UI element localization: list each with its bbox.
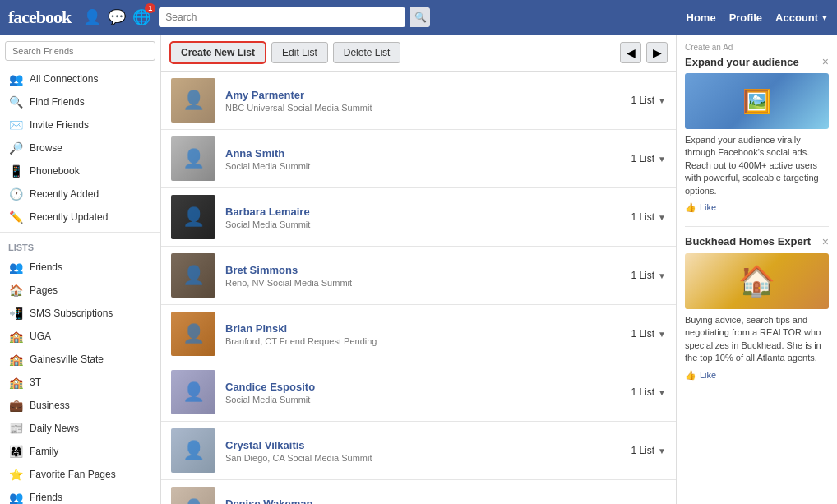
table-row: 👤 Anna Smith Social Media Summit 1 List …	[161, 130, 676, 188]
messages-nav-icon[interactable]: 💬	[108, 8, 126, 26]
list-dropdown-icon[interactable]: ▼	[658, 388, 666, 397]
friend-avatar: 👤	[171, 136, 215, 181]
sidebar-item-label: Favorite Fan Pages	[30, 469, 116, 480]
friend-list-count[interactable]: 1 List ▼	[631, 328, 666, 340]
sidebar-item-uga[interactable]: 🏫 UGA	[0, 325, 160, 348]
table-row: 👤 Denise Wakeman North Hollywood, CA Soc…	[161, 480, 676, 504]
gainesville-icon: 🏫	[8, 353, 23, 366]
home-nav-link[interactable]: Home	[687, 12, 716, 24]
friend-avatar: 👤	[171, 487, 215, 504]
friend-avatar: 👤	[171, 195, 215, 239]
friend-info: Barbara Lemaire Social Media Summit	[225, 206, 621, 229]
next-page-button[interactable]: ▶	[646, 42, 668, 63]
ad1-title: Expand your audience	[685, 56, 799, 68]
account-nav-link[interactable]: Account ▼	[775, 12, 829, 24]
friend-list-count[interactable]: 1 List ▼	[631, 95, 666, 106]
sidebar-item-pages[interactable]: 🏠 Pages	[0, 279, 160, 302]
table-row: 👤 Barbara Lemaire Social Media Summit 1 …	[161, 188, 676, 247]
profile-nav-link[interactable]: Profile	[729, 12, 762, 24]
uga-icon: 🏫	[8, 330, 23, 343]
friend-name[interactable]: Amy Parmenter	[225, 89, 621, 101]
table-row: 👤 Crystal Vilkaitis San Diego, CA Social…	[161, 422, 676, 480]
sidebar-item-friends[interactable]: 👥 Friends	[0, 256, 160, 279]
notifications-nav-icon[interactable]: 🌐 1	[132, 8, 150, 26]
friend-name[interactable]: Brian Pinski	[225, 322, 621, 335]
main-layout: 👥 All Connections 🔍 Find Friends ✉️ Invi…	[0, 35, 837, 504]
search-input[interactable]	[159, 7, 405, 27]
sidebar-item-label: 3T	[30, 377, 41, 388]
friend-avatar: 👤	[171, 428, 215, 473]
friend-details: NBC Universal Social Media Summit	[225, 103, 621, 113]
friend-name[interactable]: Bret Simmons	[225, 264, 621, 276]
friend-name[interactable]: Denise Wakeman	[225, 497, 621, 505]
sidebar-item-browse[interactable]: 🔎 Browse	[0, 136, 160, 160]
invite-friends-icon: ✉️	[8, 118, 23, 132]
find-friends-icon: 🔍	[8, 95, 23, 109]
search-submit-button[interactable]: 🔍	[410, 7, 430, 27]
friend-name[interactable]: Candice Esposito	[225, 381, 621, 393]
ad1-close-button[interactable]: ×	[822, 55, 829, 68]
list-dropdown-icon[interactable]: ▼	[658, 213, 666, 222]
list-count-label: 1 List	[631, 211, 654, 223]
ad-buckhead-homes: Buckhead Homes Expert × 🏠 Buying advice,…	[685, 235, 829, 381]
sidebar-item-recently-updated[interactable]: ✏️ Recently Updated	[0, 206, 160, 229]
list-dropdown-icon[interactable]: ▼	[658, 330, 666, 339]
friend-list-count[interactable]: 1 List ▼	[631, 445, 666, 456]
friend-list-count[interactable]: 1 List ▼	[631, 211, 666, 223]
sidebar-item-find-friends[interactable]: 🔍 Find Friends	[0, 90, 160, 113]
friend-list-count[interactable]: 1 List ▼	[631, 386, 666, 398]
create-new-list-button[interactable]: Create New List	[169, 41, 266, 64]
table-row: 👤 Brian Pinski Branford, CT Friend Reque…	[161, 305, 676, 363]
sidebar-item-friends2[interactable]: 👥 Friends	[0, 486, 160, 504]
sidebar-item-favorite-fan-pages[interactable]: ⭐ Favorite Fan Pages	[0, 463, 160, 486]
friend-name[interactable]: Anna Smith	[225, 147, 621, 160]
sidebar-item-family[interactable]: 👨‍👩‍👧 Family	[0, 440, 160, 463]
house-icon: 🏠	[738, 264, 775, 298]
toolbar: Create New List Edit List Delete List ◀ …	[161, 35, 676, 72]
friends-nav-icon[interactable]: 👤	[83, 8, 101, 26]
pages-icon: 🏠	[8, 284, 23, 297]
sidebar-item-label: Daily News	[30, 423, 79, 434]
friend-details: Social Media Summit	[225, 161, 621, 171]
3t-icon: 🏫	[8, 376, 23, 389]
sidebar-item-label: Recently Updated	[30, 211, 108, 223]
nav-right-links: Home Profile Account ▼	[687, 12, 830, 24]
thumbs-up-icon-2: 👍	[685, 370, 696, 381]
sidebar-item-recently-added[interactable]: 🕐 Recently Added	[0, 183, 160, 206]
friend-details: Reno, NV Social Media Summit	[225, 278, 621, 288]
ad1-like-button[interactable]: 👍 Like	[685, 202, 829, 213]
ad2-like-button[interactable]: 👍 Like	[685, 370, 829, 381]
sidebar-item-label: Invite Friends	[30, 119, 89, 131]
sidebar-item-sms-subscriptions[interactable]: 📲 SMS Subscriptions	[0, 302, 160, 325]
sidebar-item-label: Family	[30, 446, 58, 457]
search-friends-input[interactable]	[5, 41, 155, 61]
create-ad-label: Create an Ad	[685, 43, 829, 52]
sidebar-item-all-connections[interactable]: 👥 All Connections	[0, 67, 160, 90]
friend-name[interactable]: Barbara Lemaire	[225, 206, 621, 218]
sidebar-item-3t[interactable]: 🏫 3T	[0, 371, 160, 394]
prev-page-button[interactable]: ◀	[620, 42, 641, 63]
ad2-close-button[interactable]: ×	[822, 235, 829, 248]
sidebar-item-daily-news[interactable]: 📰 Daily News	[0, 417, 160, 440]
friend-list-count[interactable]: 1 List ▼	[631, 270, 666, 281]
edit-list-button[interactable]: Edit List	[271, 42, 328, 63]
sidebar-item-business[interactable]: 💼 Business	[0, 394, 160, 417]
friends2-icon: 👥	[8, 491, 23, 504]
sms-icon: 📲	[8, 307, 23, 320]
sidebar-item-gainesville-state[interactable]: 🏫 Gainesville State	[0, 348, 160, 371]
list-dropdown-icon[interactable]: ▼	[658, 446, 666, 455]
thumbs-up-icon: 👍	[685, 202, 696, 213]
friend-list-count[interactable]: 1 List ▼	[631, 153, 666, 164]
list-count-label: 1 List	[631, 270, 654, 281]
list-dropdown-icon[interactable]: ▼	[658, 96, 666, 105]
friend-info: Anna Smith Social Media Summit	[225, 147, 621, 171]
sidebar-item-invite-friends[interactable]: ✉️ Invite Friends	[0, 113, 160, 136]
sidebar-item-phonebook[interactable]: 📱 Phonebook	[0, 160, 160, 183]
list-dropdown-icon[interactable]: ▼	[658, 271, 666, 280]
friend-name[interactable]: Crystal Vilkaitis	[225, 439, 621, 451]
sidebar-item-label: All Connections	[30, 73, 98, 85]
list-count-label: 1 List	[631, 386, 654, 398]
friend-details: San Diego, CA Social Media Summit	[225, 453, 621, 463]
list-dropdown-icon[interactable]: ▼	[658, 155, 666, 164]
delete-list-button[interactable]: Delete List	[333, 42, 401, 63]
